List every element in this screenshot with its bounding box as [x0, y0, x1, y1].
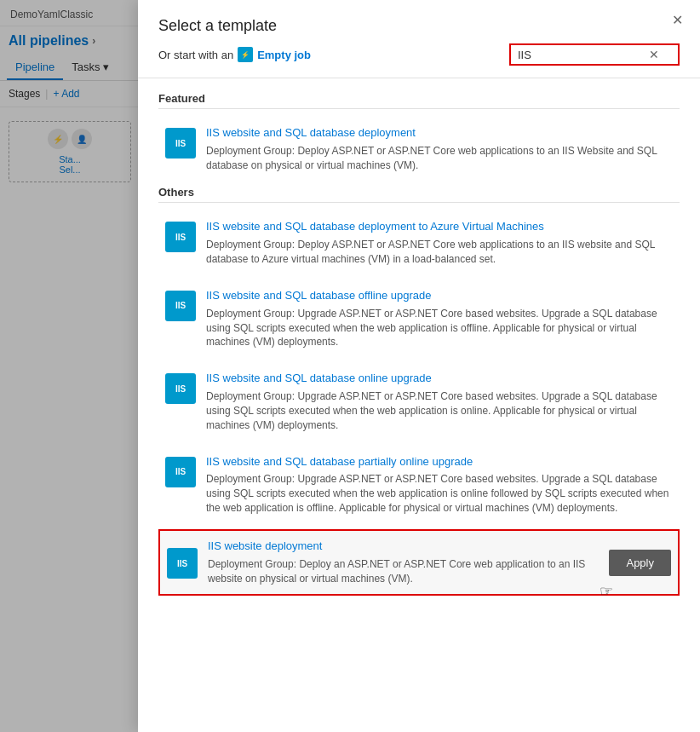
- template-content: IIS website and SQL database partially o…: [206, 455, 673, 516]
- apply-button[interactable]: Apply: [609, 550, 671, 576]
- template-desc: Deployment Group: Upgrade ASP.NET or ASP…: [206, 307, 673, 349]
- template-badge: IIS: [165, 457, 196, 487]
- template-name: IIS website and SQL database deployment: [206, 126, 673, 141]
- empty-job-row: Or start with an ⚡ Empty job: [158, 47, 311, 62]
- template-content: IIS website and SQL database offline upg…: [206, 289, 673, 349]
- modal-close-button[interactable]: ✕: [665, 9, 690, 32]
- list-item[interactable]: IIS IIS website and SQL database online …: [158, 363, 680, 441]
- selected-template-name: IIS website deployment: [208, 539, 592, 554]
- template-name: IIS website and SQL database partially o…: [206, 455, 673, 470]
- template-content: IIS website and SQL database online upgr…: [206, 372, 673, 432]
- modal-panel: ✕ Select a template Or start with an ⚡ E…: [138, 0, 700, 732]
- modal-subtitle-row: Or start with an ⚡ Empty job ✕: [158, 43, 680, 78]
- modal-body: Featured IIS IIS website and SQL databas…: [138, 78, 700, 732]
- template-content: IIS website and SQL database deployment …: [206, 126, 673, 172]
- empty-job-link-text[interactable]: Empty job: [257, 49, 311, 61]
- selected-template-item[interactable]: IIS IIS website deployment Deployment Gr…: [158, 529, 680, 596]
- template-name: IIS website and SQL database deployment …: [206, 220, 673, 234]
- selected-template-desc: Deployment Group: Deploy an ASP.NET or A…: [208, 557, 592, 586]
- list-item[interactable]: IIS IIS website and SQL database partial…: [158, 447, 680, 524]
- template-badge: IIS: [165, 373, 196, 404]
- search-box: ✕: [509, 43, 680, 66]
- template-name: IIS website and SQL database online upgr…: [206, 372, 673, 386]
- selected-template-badge: IIS: [167, 548, 198, 579]
- template-badge: IIS: [165, 128, 196, 159]
- list-item[interactable]: IIS IIS website and SQL database deploym…: [158, 211, 680, 274]
- template-name: IIS website and SQL database offline upg…: [206, 289, 673, 303]
- modal-title: Select a template: [158, 17, 680, 35]
- list-item[interactable]: IIS IIS website and SQL database deploym…: [158, 118, 680, 181]
- list-item[interactable]: IIS IIS website and SQL database offline…: [158, 280, 680, 358]
- cursor-icon: ☞: [600, 582, 613, 601]
- template-content: IIS website and SQL database deployment …: [206, 220, 673, 266]
- template-badge: IIS: [165, 291, 196, 321]
- search-clear-button[interactable]: ✕: [649, 48, 659, 61]
- empty-job-icon: ⚡: [238, 47, 253, 62]
- subtitle-text: Or start with an: [158, 49, 233, 61]
- template-desc: Deployment Group: Upgrade ASP.NET or ASP…: [206, 472, 673, 515]
- template-desc: Deployment Group: Deploy ASP.NET or ASP.…: [206, 238, 673, 267]
- selected-template-content: IIS website deployment Deployment Group:…: [208, 539, 592, 585]
- template-desc: Deployment Group: Upgrade ASP.NET or ASP…: [206, 389, 673, 432]
- section-featured: Featured: [158, 92, 680, 109]
- modal-header: Select a template Or start with an ⚡ Emp…: [138, 0, 700, 78]
- template-badge: IIS: [165, 222, 196, 252]
- section-others: Others: [158, 186, 680, 203]
- search-input[interactable]: [518, 49, 645, 61]
- template-desc: Deployment Group: Deploy ASP.NET or ASP.…: [206, 144, 673, 173]
